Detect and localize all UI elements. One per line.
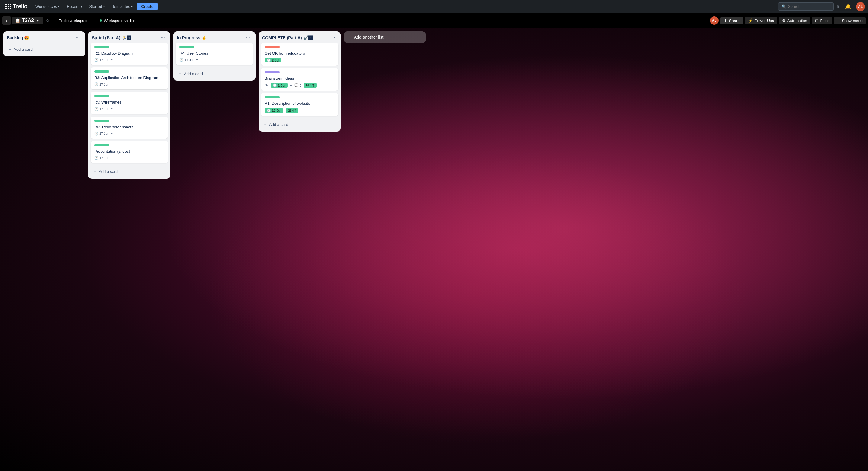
card-presentation[interactable]: Presentation (slides) 🕐 17 Jul [91,141,168,163]
list-menu-button[interactable]: ··· [159,34,167,41]
add-card-button[interactable]: ＋ Add a card [89,167,169,177]
card-r2[interactable]: R2: Dataflow Diagram 🕐 17 Jul ≡ [91,43,168,65]
list-menu-button[interactable]: ··· [74,34,82,41]
trello-grid-icon [5,4,11,9]
create-button[interactable]: Create [137,3,157,10]
card-meta: 🕐 17 Jul ☑ 4/4 [265,108,335,113]
workspace-button[interactable]: Trello workspace [56,17,92,25]
card-meta: 🕐 17 Jul ≡ [94,107,164,111]
card-r5[interactable]: R5: Wireframes 🕐 17 Jul ≡ [91,92,168,114]
workspaces-menu[interactable]: Workspaces ▾ [32,3,63,10]
card-label-purple [265,71,280,73]
watch-icon: 👁 [265,83,268,88]
trello-wordmark: Trello [13,3,28,10]
search-icon: 🔍 [781,4,786,9]
divider [94,16,94,25]
card-ok[interactable]: Get OK from educators 🕐 2 Jul [261,43,338,65]
card-due-date: 🕐 17 Jul [94,107,108,111]
card-r4[interactable]: R4: User Stories 🕐 17 Jul ≡ [176,43,253,65]
cards-container: R2: Dataflow Diagram 🕐 17 Jul ≡ R3: [88,43,170,165]
list-inprogress: In Progress 🤞 ··· R4: User Stories 🕐 17 … [173,31,255,81]
powerups-button[interactable]: ⚡ Power-Ups [745,17,777,25]
clock-icon: 🕐 [267,58,271,62]
plus-icon: ＋ [178,71,182,76]
search-bar[interactable]: 🔍 [778,2,834,10]
add-card-button[interactable]: ＋ Add a card [4,44,84,54]
list-menu-button[interactable]: ··· [330,34,337,41]
clock-icon: 🕐 [94,132,98,135]
clock-icon: 🕐 [94,156,98,160]
add-card-footer: ＋ Add a card [173,67,255,81]
list-title: Sprint (Part A) 🏃‍♀️🅰 [92,35,159,40]
list-complete: COMPLETE (Part A) ✔️🅰 ··· Get OK from ed… [258,31,341,132]
templates-menu[interactable]: Templates ▾ [109,3,135,10]
description-icon: ≡ [290,84,292,87]
starred-menu[interactable]: Starred ▾ [86,3,108,10]
share-button[interactable]: ⬆ Share [720,17,743,25]
add-card-footer: ＋ Add a card [88,165,170,179]
card-r6[interactable]: R6: Trello screenshots 🕐 17 Jul ≡ [91,117,168,138]
clock-icon: 🕐 [179,58,184,62]
card-label-green [94,144,109,147]
powerups-icon: ⚡ [748,19,753,23]
list-menu-button[interactable]: ··· [244,34,252,41]
board-icon: 📋 [15,18,20,23]
clock-icon: 🕐 [94,83,98,86]
list-title: Backlog 🤩 [7,35,74,40]
card-title: R5: Wireframes [94,100,164,105]
list-title: In Progress 🤞 [177,35,244,40]
notifications-button[interactable]: 🔔 [843,2,854,10]
card-meta: 🕐 2 Jul [265,58,335,63]
filter-button[interactable]: ⊟ Filter [812,17,832,25]
card-label-green [94,46,109,48]
card-title: R4: User Stories [179,51,249,56]
search-input[interactable] [788,4,830,9]
filter-icon: ⊟ [815,19,818,23]
card-label-green [94,95,109,97]
board-dropdown-button[interactable]: ▾ [36,18,40,23]
card-description-icon: ≡ [111,83,112,86]
card-description-icon: ≡ [111,132,112,135]
star-board-button[interactable]: ☆ [44,17,51,25]
clock-icon: 🕐 [273,83,277,87]
card-brainstorm[interactable]: Brainstorm ideas 👁 🕐 1 Jul ≡ 💬 6 [261,68,338,91]
card-description-icon: ≡ [111,58,112,62]
card-comments: 💬 6 [294,83,302,87]
list-header: In Progress 🤞 ··· [173,31,255,43]
add-list-button[interactable]: ＋ Add another list [344,31,426,43]
add-card-footer: ＋ Add a card [3,43,85,56]
card-title: R6: Trello screenshots [94,124,164,130]
chevron-down-icon: ▾ [58,5,60,8]
card-meta: 🕐 17 Jul ≡ [94,132,164,135]
chevron-down-icon: ▾ [131,5,132,8]
user-avatar[interactable]: AL [856,2,865,11]
collapse-sidebar-button[interactable]: › [2,16,11,25]
card-title: Get OK from educators [265,51,335,56]
visibility-button[interactable]: Workspace visible [97,17,138,25]
board-background: Backlog 🤩 ··· ＋ Add a card Sprint (Part … [0,28,868,471]
card-due-date: 🕐 17 Jul [179,58,193,62]
card-label-green [94,120,109,122]
info-button[interactable]: ℹ [835,2,841,10]
top-navigation: Trello Workspaces ▾ Recent ▾ Starred ▾ T… [0,0,868,13]
board-member-avatar[interactable]: AL [710,16,718,25]
show-menu-button[interactable]: ··· Show menu [834,17,866,25]
recent-menu[interactable]: Recent ▾ [64,3,85,10]
card-description-icon: ≡ [196,58,197,62]
automation-icon: ⚙ [782,19,785,23]
board-bar: › 📋 T3A2 ▾ ☆ Trello workspace Workspace … [0,13,868,28]
clock-icon: 🕐 [267,109,271,113]
plus-icon: ＋ [348,34,352,40]
description-icon: ≡ [111,132,112,135]
share-icon: ⬆ [724,19,727,23]
cards-container: Get OK from educators 🕐 2 Jul Brainstorm… [258,43,341,118]
card-r3[interactable]: R3: Application Architecture Diagram 🕐 1… [91,67,168,89]
automation-button[interactable]: ⚙ Automation [779,17,810,25]
list-sprint: Sprint (Part A) 🏃‍♀️🅰 ··· R2: Dataflow D… [88,31,170,179]
card-r1[interactable]: R1: Description of website 🕐 17 Jul ☑ 4/… [261,93,338,116]
add-card-button[interactable]: ＋ Add a card [175,68,254,79]
card-meta: 🕐 17 Jul [94,156,164,160]
add-card-button[interactable]: ＋ Add a card [260,120,339,130]
clock-icon: 🕐 [94,107,98,111]
checklist-icon: ☑ [306,83,309,87]
